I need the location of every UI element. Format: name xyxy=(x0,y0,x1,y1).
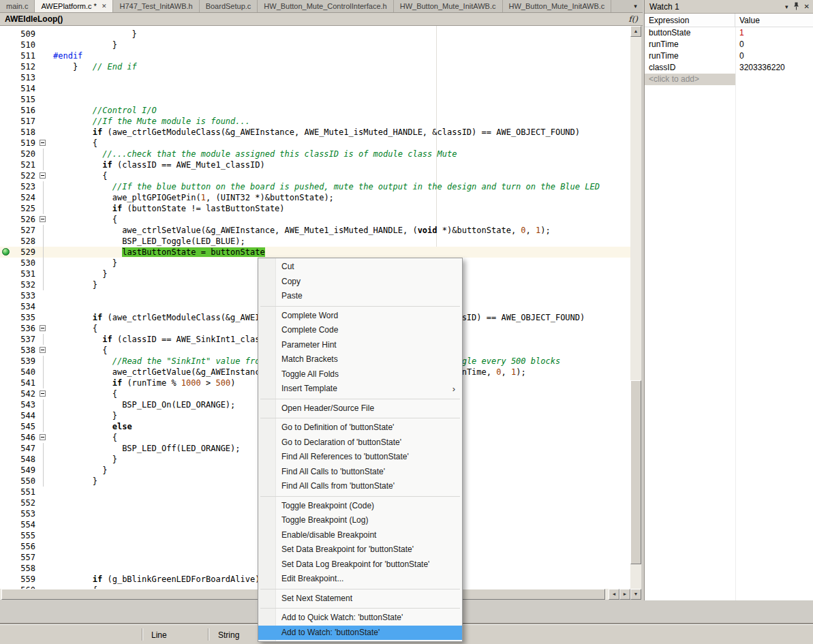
line-number[interactable]: 537 xyxy=(12,334,38,345)
context-menu-item[interactable]: Edit Breakpoint... xyxy=(258,572,462,587)
fold-gutter[interactable] xyxy=(38,563,49,574)
context-menu-item[interactable]: Toggle All Folds xyxy=(258,367,462,382)
line-number[interactable]: 512 xyxy=(12,61,38,72)
code-text[interactable] xyxy=(49,552,53,563)
code-text[interactable]: lastButtonState = buttonState xyxy=(49,247,265,258)
code-text[interactable]: //Control I/O xyxy=(49,105,157,116)
line-number[interactable]: 530 xyxy=(12,258,38,269)
code-text[interactable]: } xyxy=(49,29,137,40)
context-menu-item[interactable]: Copy xyxy=(258,275,462,290)
code-text[interactable]: { xyxy=(49,323,97,334)
current-function-label[interactable]: AWEIdleLoop() xyxy=(5,14,63,24)
breakpoint-gutter[interactable] xyxy=(0,269,12,279)
fold-collapse-icon[interactable] xyxy=(40,325,46,331)
line-number[interactable]: 516 xyxy=(12,105,38,116)
line-number[interactable]: 542 xyxy=(12,388,38,399)
context-menu-item[interactable]: Open Header/Source File xyxy=(258,401,462,416)
code-text[interactable] xyxy=(49,497,53,508)
code-text[interactable] xyxy=(49,541,53,552)
line-number[interactable]: 554 xyxy=(12,519,38,530)
code-text[interactable]: //If the blue button on the board is pus… xyxy=(49,181,600,192)
breakpoint-gutter[interactable] xyxy=(0,323,12,334)
code-text[interactable]: if (classID == AWE_Mute1_classID) xyxy=(49,159,265,170)
fold-gutter[interactable] xyxy=(38,290,49,301)
context-menu-item[interactable]: Go to Declaration of 'buttonState' xyxy=(258,435,462,450)
code-text[interactable]: } // End if xyxy=(49,61,137,72)
breakpoint-gutter[interactable] xyxy=(0,312,12,323)
context-menu-item[interactable]: Find All Calls to 'buttonState' xyxy=(258,465,462,480)
fold-gutter[interactable] xyxy=(38,258,49,269)
fold-gutter[interactable] xyxy=(38,247,49,258)
line-number[interactable]: 514 xyxy=(12,83,38,94)
line-number[interactable]: 515 xyxy=(12,94,38,105)
fold-gutter[interactable] xyxy=(38,497,49,508)
fold-collapse-icon[interactable] xyxy=(40,390,46,397)
watch-value-cell[interactable]: 1 xyxy=(735,27,813,39)
fold-gutter[interactable] xyxy=(38,312,49,323)
code-text[interactable]: //If the Mute module is found... xyxy=(49,116,250,127)
code-text[interactable]: else xyxy=(49,421,132,432)
breakpoint-gutter[interactable] xyxy=(0,334,12,345)
context-menu-item[interactable]: Set Next Statement xyxy=(258,592,462,607)
line-number[interactable]: 532 xyxy=(12,279,38,290)
breakpoint-gutter[interactable] xyxy=(0,367,12,378)
fold-gutter[interactable] xyxy=(38,83,49,94)
expression-column-header[interactable]: Expression xyxy=(645,14,735,27)
breakpoint-gutter[interactable] xyxy=(0,116,12,127)
line-number[interactable]: 517 xyxy=(12,116,38,127)
fold-gutter[interactable] xyxy=(38,432,49,443)
code-text[interactable]: } xyxy=(49,40,117,50)
editor-tab[interactable]: BoardSetup.c xyxy=(200,0,258,12)
context-menu-item[interactable]: Set Data Breakpoint for 'buttonState' xyxy=(258,542,462,557)
code-text[interactable]: if (buttonState != lastButtonState) xyxy=(49,203,285,214)
fold-gutter[interactable] xyxy=(38,236,49,247)
breakpoint-gutter[interactable] xyxy=(0,443,12,454)
fold-gutter[interactable] xyxy=(38,127,49,138)
tab-close-icon[interactable]: ✕ xyxy=(102,3,107,10)
line-number[interactable]: 536 xyxy=(12,323,38,334)
fold-gutter[interactable] xyxy=(38,388,49,399)
code-text[interactable]: } xyxy=(49,476,97,487)
breakpoint-gutter[interactable] xyxy=(0,29,12,40)
context-menu-item[interactable]: Paste xyxy=(258,289,462,304)
scroll-down-icon[interactable]: ▼ xyxy=(630,589,641,600)
watch-expression-cell[interactable]: classID xyxy=(645,62,735,74)
watch-value-cell[interactable]: 0 xyxy=(735,50,813,62)
fold-gutter[interactable] xyxy=(38,541,49,552)
breakpoint-gutter[interactable] xyxy=(0,61,12,72)
line-number[interactable]: 553 xyxy=(12,508,38,519)
line-number[interactable]: 522 xyxy=(12,170,38,181)
watch-value-cell[interactable]: 0 xyxy=(735,39,813,50)
breakpoint-gutter[interactable] xyxy=(0,50,12,61)
line-number[interactable]: 531 xyxy=(12,269,38,279)
breakpoint-gutter[interactable] xyxy=(0,497,12,508)
fold-gutter[interactable] xyxy=(38,356,49,367)
line-number[interactable]: 509 xyxy=(12,29,38,40)
context-menu-item[interactable]: Cut xyxy=(258,260,462,275)
code-text[interactable] xyxy=(49,94,53,105)
context-menu-item[interactable]: Complete Code xyxy=(258,323,462,338)
fold-gutter[interactable] xyxy=(38,552,49,563)
fold-gutter[interactable] xyxy=(38,399,49,410)
fold-collapse-icon[interactable] xyxy=(40,172,46,179)
fold-gutter[interactable] xyxy=(38,454,49,465)
code-text[interactable]: } xyxy=(49,279,97,290)
context-menu-item[interactable]: Find All Calls from 'buttonState' xyxy=(258,479,462,494)
context-menu-item[interactable]: Enable/disable Breakpoint xyxy=(258,528,462,543)
fold-gutter[interactable] xyxy=(38,269,49,279)
value-column-header[interactable]: Value xyxy=(735,14,813,27)
code-text[interactable] xyxy=(49,83,53,94)
editor-tab[interactable]: HW_Button_Mute_ControlInterface.h xyxy=(258,0,393,12)
line-number[interactable]: 549 xyxy=(12,465,38,476)
breakpoint-gutter[interactable] xyxy=(0,159,12,170)
breakpoint-gutter[interactable] xyxy=(0,192,12,203)
code-text[interactable] xyxy=(49,530,53,541)
line-number[interactable]: 521 xyxy=(12,159,38,170)
breakpoint-gutter[interactable] xyxy=(0,149,12,159)
breakpoint-gutter[interactable] xyxy=(0,214,12,225)
editor-tab[interactable]: HW_Button_Mute_InitAWB.c xyxy=(503,0,612,12)
breakpoint-gutter[interactable] xyxy=(0,388,12,399)
breakpoint-gutter[interactable] xyxy=(0,410,12,421)
code-text[interactable] xyxy=(49,301,53,312)
breakpoint-gutter[interactable] xyxy=(0,356,12,367)
